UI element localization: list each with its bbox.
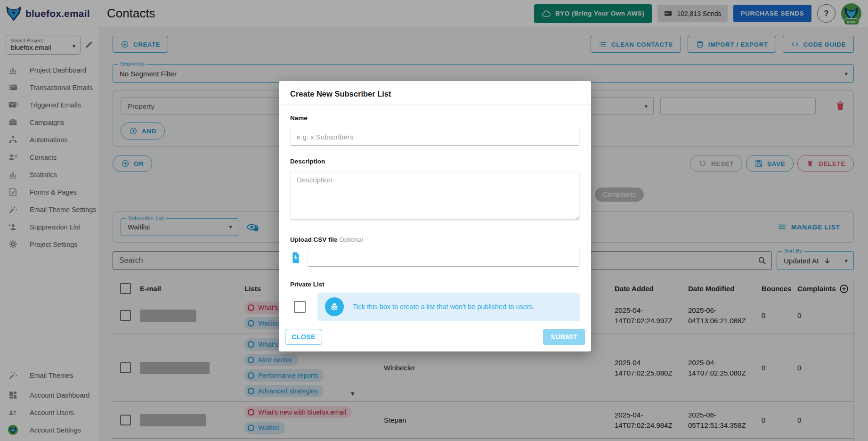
private-list-hint: Tick this box to create a list that won'… (317, 293, 580, 321)
modal-title: Create New Subscriber List (279, 81, 591, 105)
name-label: Name (290, 114, 580, 122)
private-list-hint-text: Tick this box to create a list that won'… (353, 303, 535, 310)
file-document-icon (290, 252, 301, 264)
app-root: bluefox.email Contacts BYO (Bring Your O… (0, 0, 868, 441)
upload-csv-label: Upload CSV file Optional (290, 236, 580, 243)
description-label: Description (290, 158, 580, 165)
private-list-label: Private List (290, 281, 580, 288)
incognito-icon (325, 297, 344, 316)
csv-file-input[interactable] (308, 249, 580, 267)
close-button[interactable]: CLOSE (285, 329, 322, 345)
list-name-input[interactable] (290, 128, 580, 146)
private-list-checkbox[interactable] (294, 301, 306, 313)
submit-button[interactable]: SUBMIT (543, 329, 585, 345)
create-list-modal: Create New Subscriber List Name Descript… (279, 81, 591, 351)
upload-optional-label: Optional (339, 236, 363, 243)
description-textarea[interactable] (290, 171, 580, 220)
upload-csv-label-text: Upload CSV file (290, 236, 338, 243)
